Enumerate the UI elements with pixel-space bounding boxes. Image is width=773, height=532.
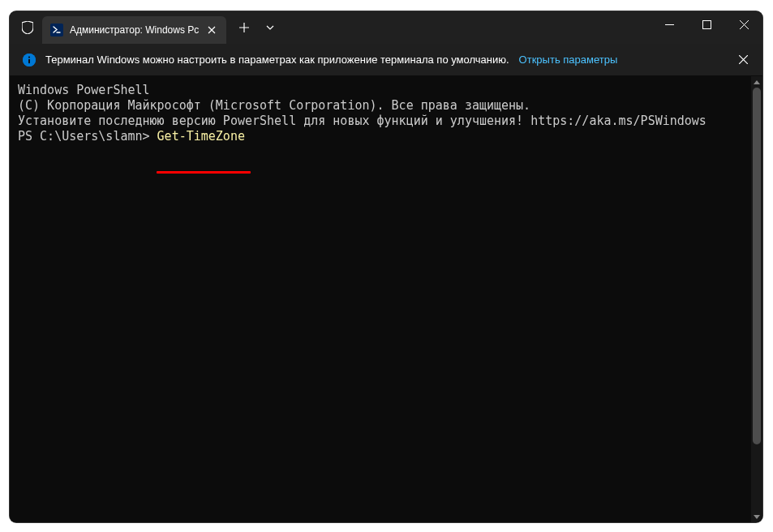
info-bar: Терминал Windows можно настроить в парам… [10,44,762,76]
terminal-line: Установите последнюю версию PowerShell д… [18,114,754,129]
info-bar-close-button[interactable] [736,54,749,66]
minimize-button[interactable] [651,11,688,37]
scrollbar-thumb[interactable] [753,88,761,444]
svg-rect-4 [28,58,30,63]
vertical-scrollbar[interactable] [751,76,762,522]
red-underline-annotation [157,171,251,174]
tab-title: Администратор: Windows Pc [70,24,199,36]
tab-powershell[interactable]: Администратор: Windows Pc [42,16,226,44]
scrollbar-down-arrow[interactable] [751,511,762,522]
tab-dropdown-button[interactable] [257,15,283,41]
info-icon [23,54,36,66]
maximize-button[interactable] [688,11,725,37]
terminal-line: Windows PowerShell [18,83,754,98]
terminal-line: (C) Корпорация Майкрософт (Microsoft Cor… [18,98,754,114]
titlebar-left: Администратор: Windows Pc [10,11,283,44]
svg-point-3 [28,56,30,58]
scrollbar-up-arrow[interactable] [751,76,762,88]
tab-close-button[interactable] [205,24,218,36]
window-controls [651,11,762,44]
info-bar-text: Терминал Windows можно настроить в парам… [45,54,509,66]
close-button[interactable] [725,11,762,37]
prompt-prefix: PS C:\Users\slamn> [18,129,157,144]
terminal-prompt-line: PS C:\Users\slamn> Get-TimeZone [18,129,754,144]
new-tab-button[interactable] [231,15,257,41]
titlebar: Администратор: Windows Pc [10,11,762,44]
terminal-window: Администратор: Windows Pc [10,11,762,522]
open-settings-link[interactable]: Открыть параметры [519,54,618,66]
powershell-icon [50,24,63,36]
command-text: Get-TimeZone [157,129,245,144]
admin-shield-icon [21,20,34,35]
terminal-content[interactable]: Windows PowerShell (C) Корпорация Майкро… [10,76,762,522]
svg-rect-1 [702,20,711,28]
